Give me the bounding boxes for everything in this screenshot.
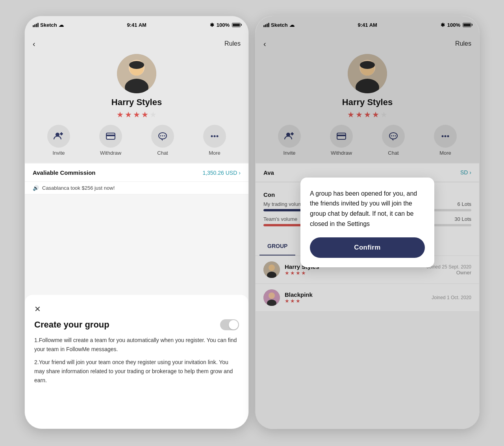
right-phone: Sketch ☁ 9:41 AM ✱ 100% ‹ Rules — [255, 16, 480, 429]
commission-label-left: Avaliable Commission — [33, 169, 96, 176]
app-container: Sketch ☁ 9:41 AM ✱ 100% ‹ Rules — [0, 0, 504, 446]
close-button-left[interactable]: ✕ — [34, 304, 41, 314]
chat-action-left[interactable]: Chat — [151, 125, 174, 156]
back-button-left[interactable]: ‹ — [33, 39, 35, 48]
bottom-sheet-left: ✕ Create your group 1.Followme will crea… — [25, 295, 248, 429]
profile-name-left: Harry Styles — [111, 97, 162, 107]
confirm-button[interactable]: Confirm — [310, 237, 425, 258]
wifi-icon: ☁ — [59, 22, 64, 28]
avatar-left — [117, 54, 156, 93]
toggle-left[interactable] — [220, 319, 239, 330]
signal-icon — [33, 23, 39, 27]
battery-icon-left — [232, 23, 241, 27]
svg-point-14 — [162, 135, 163, 137]
time-left: 9:41 AM — [127, 22, 146, 28]
chat-label-left: Chat — [157, 150, 168, 156]
action-row-left: Invite Withdraw — [25, 125, 248, 156]
svg-point-16 — [211, 135, 213, 137]
sheet-title-left: Create your group — [34, 320, 109, 330]
svg-point-17 — [214, 135, 216, 137]
more-label-left: More — [209, 150, 220, 156]
svg-point-15 — [164, 135, 165, 137]
more-action-left[interactable]: More — [203, 125, 226, 156]
profile-section-left: Harry Styles ★ ★ ★ ★ ★ — [25, 54, 248, 163]
withdraw-action-left[interactable]: Withdraw — [99, 125, 122, 156]
commission-row-left: Avaliable Commission 1,350.26 USD › — [25, 164, 248, 182]
carrier-left: Sketch — [40, 22, 57, 28]
dialog-box: A group has been opened for you, and the… — [300, 178, 434, 267]
svg-point-13 — [160, 135, 161, 137]
status-bar-left: Sketch ☁ 9:41 AM ✱ 100% — [25, 16, 248, 33]
withdraw-label-left: Withdraw — [100, 150, 121, 156]
dialog-message: A group has been opened for you, and the… — [310, 189, 425, 229]
header-left: ‹ Rules — [25, 33, 248, 54]
svg-rect-10 — [106, 135, 115, 136]
speaker-icon: 🔊 — [33, 185, 39, 191]
battery-left: 100% — [217, 22, 230, 28]
rules-button-left[interactable]: Rules — [224, 40, 241, 47]
svg-point-4 — [129, 61, 144, 69]
ticker-left: 🔊 Casablanca took $256 just now! — [25, 182, 248, 194]
invite-label-left: Invite — [52, 150, 65, 156]
svg-point-18 — [217, 135, 219, 137]
stars-left: ★ ★ ★ ★ ★ — [117, 110, 157, 119]
commission-value-left[interactable]: 1,350.26 USD › — [202, 170, 241, 176]
dialog-overlay: A group has been opened for you, and the… — [256, 16, 479, 429]
bluetooth-icon: ✱ — [210, 22, 214, 28]
sheet-body-left: 1.Followme will create a team for you au… — [34, 336, 239, 385]
left-phone: Sketch ☁ 9:41 AM ✱ 100% ‹ Rules — [24, 16, 249, 429]
invite-action-left[interactable]: Invite — [47, 125, 70, 156]
